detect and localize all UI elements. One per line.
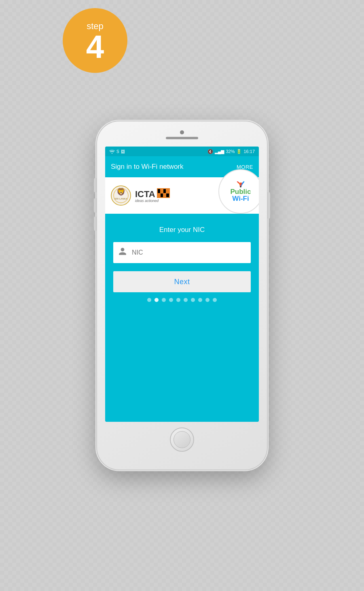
battery-percent: 32% (226, 149, 235, 154)
next-button[interactable]: Next (113, 271, 251, 292)
dot-4 (169, 298, 173, 302)
status-left: S 🖼 (109, 149, 125, 154)
wifi-arcs-icon (234, 181, 247, 188)
logo-left: 🦁 SRI LANKA ICTA (111, 185, 170, 206)
speaker-bar (166, 137, 198, 139)
dots-indicator (147, 292, 217, 306)
svg-text:SRI LANKA: SRI LANKA (114, 198, 127, 200)
dot-9 (205, 298, 210, 302)
nic-input[interactable] (132, 249, 246, 256)
dot-1 (147, 298, 151, 302)
phone-bottom (170, 427, 194, 452)
clock: 16:17 (243, 149, 255, 154)
step-badge: step 4 (63, 8, 127, 73)
dot-8 (198, 298, 202, 302)
icta-text: ICTA (135, 190, 155, 199)
wifi-status-icon (109, 149, 115, 154)
mute-icon: 🔇 (207, 149, 213, 154)
person-icon (118, 247, 127, 258)
public-text: Public (230, 188, 251, 195)
nic-input-container[interactable] (113, 242, 251, 263)
camera-dot (180, 130, 184, 134)
dot-10 (213, 298, 217, 302)
status-s-icon: S (116, 149, 119, 154)
phone-top (103, 129, 261, 142)
home-button[interactable] (170, 427, 194, 452)
status-right: 🔇 ▂▄▆ 32% 🔋 16:17 (207, 149, 255, 154)
status-bar: S 🖼 🔇 ▂▄▆ 32% 🔋 16:17 (105, 147, 259, 156)
phone-shell: S 🖼 🔇 ▂▄▆ 32% 🔋 16:17 Sign in to Wi-Fi n… (97, 121, 267, 470)
phone-screen: S 🖼 🔇 ▂▄▆ 32% 🔋 16:17 Sign in to Wi-Fi n… (105, 147, 259, 422)
dot-7 (191, 298, 195, 302)
home-button-inner (174, 431, 190, 448)
nic-instruction: Enter your NIC (159, 226, 205, 234)
status-img-icon: 🖼 (121, 149, 125, 154)
icta-tagline: ideas actioned (135, 199, 159, 203)
app-bar-title: Sign in to Wi-Fi network (111, 163, 184, 171)
public-wifi-logo: Public Wi-Fi (218, 169, 259, 214)
logo-strip: 🦁 SRI LANKA ICTA (105, 177, 259, 214)
battery-icon: 🔋 (236, 149, 242, 154)
dot-6 (184, 298, 188, 302)
dot-3 (162, 298, 166, 302)
sri-lanka-emblem: 🦁 SRI LANKA (111, 185, 131, 206)
dot-2 (154, 298, 159, 302)
signal-bars: ▂▄▆ (215, 149, 224, 154)
icta-logo: ICTA ideas actioned (135, 188, 170, 203)
dot-5 (176, 298, 180, 302)
wifi-text: Wi-Fi (232, 195, 249, 202)
step-number: 4 (86, 31, 104, 63)
content-area: Enter your NIC Next (105, 214, 259, 422)
